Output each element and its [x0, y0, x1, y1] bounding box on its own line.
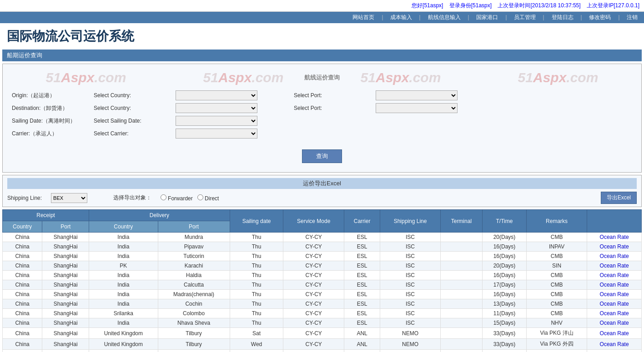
sailing-date: Sat [230, 350, 283, 352]
carrier: ESL [344, 309, 380, 318]
remarks: CMB [527, 309, 587, 318]
destination-country-select[interactable] [176, 103, 257, 113]
shipping-line: ISC [380, 233, 441, 242]
ocean-rate-link[interactable]: Ocean Rate [587, 318, 642, 328]
ocean-rate-link[interactable]: Ocean Rate [587, 299, 642, 309]
select-country-label-1: Select Country: [94, 92, 176, 99]
ocean-rate-link[interactable]: Ocean Rate [587, 339, 642, 350]
delivery-country: India [89, 318, 158, 328]
t-time: 20(Days) [482, 233, 526, 242]
delivery-country: Srilanka [89, 309, 158, 318]
table-row: China ShangHai India Haldia Thu CY-CY ES… [3, 271, 642, 280]
receipt-country: China [3, 290, 42, 299]
t-time: 16(Days) [482, 290, 526, 299]
table-row: China ShangHai India Mundra Thu CY-CY ES… [3, 233, 642, 242]
delivery-port: Calcutta [158, 280, 230, 290]
t-time: 16(Days) [482, 252, 526, 261]
receipt-port: ShangHai [42, 252, 89, 261]
carrier-row: Carrier:（承运人） Select Carrier: [12, 129, 632, 139]
origin-country-select[interactable] [176, 90, 257, 100]
remarks: Via PKG 洋山 [527, 350, 587, 352]
delivery-country: PK [89, 261, 158, 271]
terminal [440, 252, 482, 261]
direct-radio[interactable] [197, 194, 203, 200]
delivery-port-subheader: Port [158, 221, 230, 233]
ocean-rate-link[interactable]: Ocean Rate [587, 271, 642, 280]
service-mode: CY-CY [283, 271, 344, 280]
query-button[interactable]: 查询 [302, 149, 342, 163]
nav-staff[interactable]: 员工管理 [514, 14, 536, 20]
remarks: Via PKG 外四 [527, 339, 587, 350]
receipt-country: China [3, 309, 42, 318]
ocean-rate-link[interactable]: Ocean Rate [587, 233, 642, 242]
table-row: China ShangHai United Kingdom Tilbury We… [3, 339, 642, 350]
forwarder-radio-label[interactable]: Forwarder [161, 194, 193, 202]
ocean-rate-link[interactable]: Ocean Rate [587, 242, 642, 252]
nav-logout[interactable]: 注销 [627, 14, 638, 20]
excel-controls: Shipping Line: BEX 选择导出对象： Forwarder Dir… [7, 192, 637, 204]
excel-section-header: 运价导出Excel [7, 178, 637, 189]
carrier: ESL [344, 242, 380, 252]
destination-row: Destination:（卸货港） Select Country: Select… [12, 103, 632, 113]
receipt-port: ShangHai [42, 261, 89, 271]
t-time: 11(Days) [482, 309, 526, 318]
ocean-rate-link[interactable]: Ocean Rate [587, 280, 642, 290]
forwarder-radio[interactable] [161, 194, 166, 200]
sailing-date: Wed [230, 339, 283, 350]
remarks: CMB [527, 299, 587, 309]
nav-log[interactable]: 登陆日志 [552, 14, 574, 20]
origin-port-select[interactable] [376, 90, 458, 100]
nav-home[interactable]: 网站首页 [352, 14, 374, 20]
direct-radio-label[interactable]: Direct [197, 194, 219, 202]
service-mode: CY-CY [283, 339, 344, 350]
carrier: ESL [344, 271, 380, 280]
receipt-country: China [3, 261, 42, 271]
nav-port[interactable]: 国家港口 [476, 14, 498, 20]
delivery-port: Haldia [158, 271, 230, 280]
shipping-line-select[interactable]: BEX [51, 193, 87, 203]
shipping-line: ISC [380, 271, 441, 280]
receipt-country: China [3, 271, 42, 280]
receipt-country: China [3, 350, 42, 352]
sailing-date: Thu [230, 290, 283, 299]
delivery-port: Nhava Sheva [158, 318, 230, 328]
sailing-date: Thu [230, 280, 283, 290]
last-login-ip: 上次登录IP[127.0.0.1] [587, 2, 639, 9]
carrier: ESL [344, 233, 380, 242]
table-row: China ShangHai PK Karachi Thu CY-CY ESL … [3, 261, 642, 271]
receipt-port: ShangHai [42, 242, 89, 252]
delivery-port: Mundra [158, 233, 230, 242]
destination-port-select[interactable] [376, 103, 458, 113]
table-row: China ShangHai India Pipavav Thu CY-CY E… [3, 242, 642, 252]
ocean-rate-link[interactable]: Ocean Rate [587, 309, 642, 318]
sailing-date-select[interactable] [176, 116, 257, 126]
service-mode: CY-CY [283, 318, 344, 328]
receipt-country-subheader: Country [3, 221, 42, 233]
receipt-port: ShangHai [42, 290, 89, 299]
nav-password[interactable]: 修改密码 [589, 14, 611, 20]
delivery-country: India [89, 299, 158, 309]
ocean-rate-link[interactable]: Ocean Rate [587, 252, 642, 261]
delivery-port: Tilbury [158, 328, 230, 339]
carrier-select[interactable] [176, 129, 257, 139]
remarks: CMB [527, 252, 587, 261]
carrier: ESL [344, 299, 380, 309]
delivery-country: India [89, 233, 158, 242]
delivery-port: Karachi [158, 261, 230, 271]
receipt-country: China [3, 233, 42, 242]
terminal [440, 350, 482, 352]
nav-cost[interactable]: 成本输入 [390, 14, 412, 20]
export-excel-button[interactable]: 导出Excel [601, 192, 637, 204]
t-time: 33(Days) [482, 339, 526, 350]
service-mode: CY-CY [283, 290, 344, 299]
service-mode: CY-CY [283, 350, 344, 352]
select-sailing-label: Select Sailing Date: [94, 118, 176, 124]
ocean-rate-link[interactable]: Ocean Rate [587, 328, 642, 339]
delivery-port: Tilbury [158, 339, 230, 350]
ocean-rate-link[interactable]: Ocean Rate [587, 290, 642, 299]
ocean-rate-link[interactable]: Ocean Rate [587, 350, 642, 352]
table-row: China ShangHai India Calcutta Thu CY-CY … [3, 280, 642, 290]
terminal [440, 309, 482, 318]
ocean-rate-link[interactable]: Ocean Rate [587, 261, 642, 271]
nav-route[interactable]: 航线信息输入 [428, 14, 461, 20]
